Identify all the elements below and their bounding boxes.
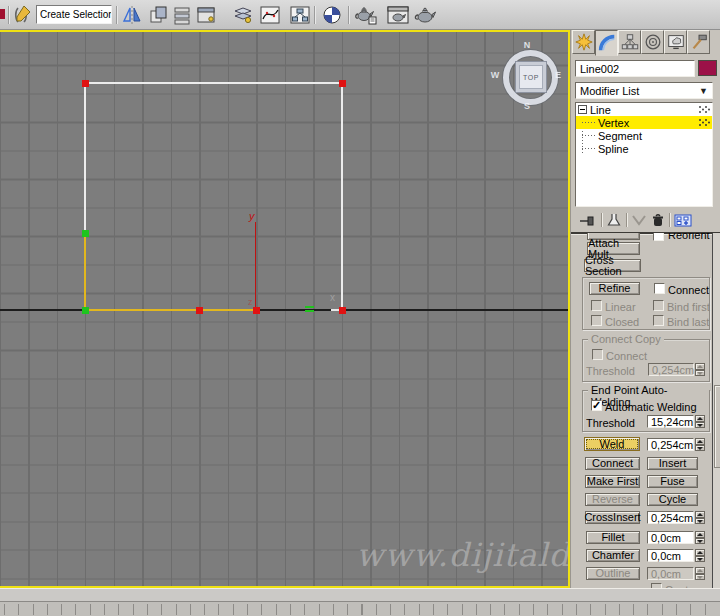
axis-label-x: x [330, 293, 335, 303]
spline-vertex-selected[interactable] [339, 307, 346, 314]
manage-scene-states-icon[interactable] [170, 3, 194, 27]
named-selection-set-combo[interactable]: Create Selection Se ▼ [36, 5, 112, 24]
spline-segment-top[interactable] [84, 82, 343, 84]
outline-field: 0,0cm [647, 567, 694, 580]
make-first-button[interactable]: Make First [585, 475, 640, 488]
spline-segment-left-upper[interactable] [84, 82, 86, 234]
watermark-text: www.dijitalde [356, 536, 568, 582]
connect-copy-checkbox [592, 349, 603, 360]
cross-insert-button[interactable]: CrossInsert [585, 511, 640, 524]
layer-window-icon[interactable] [194, 3, 218, 27]
view-compass-home[interactable]: TOP [515, 61, 547, 93]
align-icon[interactable] [146, 3, 170, 27]
toolbar-separator [601, 213, 602, 227]
track-bar-ticks [4, 604, 716, 615]
toolbar-separator [116, 6, 117, 24]
toolbar-separator [8, 6, 9, 24]
bind-first-label: Bind first [667, 301, 710, 313]
cross-insert-spinner[interactable] [695, 511, 705, 524]
spline-vertex-selected[interactable] [339, 80, 346, 87]
weld-button[interactable]: Weld [584, 437, 640, 451]
chamfer-button[interactable]: Chamfer [586, 549, 640, 562]
stack-item-line[interactable]: Line [576, 103, 712, 116]
stack-item-segment[interactable]: Segment [576, 129, 712, 142]
spline-segment-bottom-selected[interactable] [84, 309, 257, 311]
toolbar-separator [626, 213, 627, 227]
insert-button[interactable]: Insert [647, 457, 698, 470]
chamfer-field[interactable]: 0,0cm [647, 549, 694, 562]
layer-manager-icon[interactable] [230, 3, 254, 27]
compass-south-label: S [521, 101, 533, 112]
chamfer-spinner[interactable] [695, 549, 705, 562]
stack-toolbar [571, 210, 717, 230]
outline-spinner [695, 567, 705, 580]
configure-modifier-sets-icon[interactable] [674, 213, 692, 228]
connect-button[interactable]: Connect [585, 457, 640, 470]
stack-item-vertex[interactable]: Vertex [576, 116, 712, 129]
stack-item-spline[interactable]: Spline [576, 142, 712, 155]
material-editor-icon[interactable] [320, 3, 344, 27]
edit-named-selection-sets-icon[interactable] [10, 3, 34, 27]
refine-button[interactable]: Refine [589, 282, 640, 295]
cross-insert-field[interactable]: 0,254cm [647, 511, 694, 524]
named-selection-set-value: Create Selection Se [37, 9, 112, 20]
object-color-swatch[interactable] [698, 60, 717, 76]
render-setup-icon[interactable] [354, 3, 378, 27]
chevron-down-icon: ▼ [699, 86, 712, 96]
tab-hierarchy[interactable] [618, 30, 641, 54]
weld-threshold-spinner[interactable] [695, 438, 705, 451]
stack-item-label: Spline [595, 143, 629, 155]
tab-modify[interactable] [595, 30, 618, 56]
cycle-button[interactable]: Cycle [647, 493, 698, 506]
spline-segment-right[interactable] [341, 82, 343, 311]
automatic-welding-label: Automatic Welding [605, 401, 697, 413]
spline-layer [0, 32, 568, 586]
remove-modifier-icon[interactable] [651, 213, 665, 228]
weld-threshold-field[interactable]: 0,254cm [647, 438, 694, 451]
fillet-spinner[interactable] [695, 531, 705, 544]
track-bar[interactable] [0, 601, 720, 616]
toolbar-separator [314, 6, 315, 24]
stack-item-label: Line [587, 104, 611, 116]
panel-scrollbar[interactable] [712, 233, 720, 616]
time-slider-strip[interactable] [0, 588, 720, 601]
compass-west-label: W [489, 70, 501, 81]
tab-utilities[interactable] [687, 30, 710, 54]
spline-vertex-selected[interactable] [196, 307, 203, 314]
modifier-list-dropdown[interactable]: Modifier List ▼ [575, 82, 713, 99]
automatic-welding-checkbox[interactable] [591, 400, 602, 411]
collapse-icon[interactable] [578, 105, 587, 114]
pin-stack-icon[interactable] [579, 213, 597, 228]
viewport-top[interactable]: y x z N E S W TOP www.dijitalde [0, 30, 570, 588]
mirror-icon[interactable] [120, 3, 144, 27]
curve-editor-icon[interactable] [258, 3, 282, 27]
scrollbar-thumb[interactable] [714, 385, 720, 468]
toolbar-separator [669, 213, 670, 227]
reorient-checkbox[interactable] [653, 233, 664, 241]
connect-checkbox[interactable] [654, 283, 665, 294]
fillet-field[interactable]: 0,0cm [647, 531, 694, 544]
tab-motion[interactable] [641, 30, 664, 54]
fillet-button[interactable]: Fillet [586, 531, 640, 544]
spline-vertex-selected[interactable] [82, 80, 89, 87]
fuse-button[interactable]: Fuse [647, 475, 698, 488]
show-end-result-icon[interactable] [606, 213, 622, 228]
tree-branch [582, 122, 595, 123]
auto-weld-threshold-field[interactable]: 15,24cm [647, 415, 694, 428]
object-name-field[interactable]: Line002 [575, 60, 695, 77]
spline-vertex[interactable] [82, 230, 89, 237]
spline-vertex[interactable] [82, 307, 89, 314]
spline-vertex-selected[interactable] [253, 307, 260, 314]
connect-copy-threshold-label: Threshold [586, 365, 635, 377]
schematic-view-icon[interactable] [288, 3, 312, 27]
rendered-frame-window-icon[interactable] [386, 3, 410, 27]
tab-display[interactable] [664, 30, 687, 54]
linear-checkbox [591, 300, 602, 311]
auto-weld-threshold-spinner[interactable] [695, 415, 705, 428]
tab-create[interactable] [572, 30, 595, 54]
stack-item-label: Vertex [595, 117, 629, 129]
spline-segment-left-lower-selected[interactable] [84, 232, 86, 310]
snap-marker [305, 306, 314, 308]
cross-section-button[interactable]: Cross Section [584, 259, 641, 272]
render-production-icon[interactable] [414, 3, 438, 27]
